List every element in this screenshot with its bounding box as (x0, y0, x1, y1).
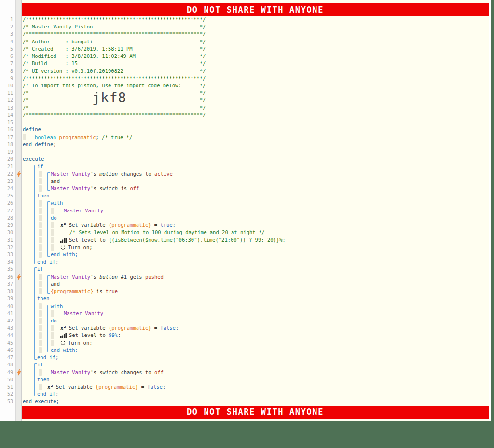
lightning-bolt-icon[interactable] (16, 170, 22, 178)
line-number[interactable]: 39 (0, 295, 16, 302)
breakpoint-gutter-cell[interactable] (16, 104, 22, 112)
line-number[interactable]: 5 (0, 45, 16, 53)
line-number[interactable]: 13 (0, 104, 16, 112)
line-number[interactable]: 28 (0, 214, 16, 222)
breakpoint-gutter-cell[interactable] (16, 251, 22, 258)
breakpoint-gutter-cell[interactable] (16, 332, 22, 339)
line-number[interactable]: 44 (0, 332, 16, 339)
line-number[interactable]: 31 (0, 237, 16, 244)
line-number[interactable]: 49 (0, 369, 16, 376)
breakpoint-gutter-cell[interactable] (16, 288, 22, 295)
line-number[interactable]: 45 (0, 339, 16, 347)
breakpoint-gutter-cell[interactable] (16, 163, 22, 170)
line-number[interactable]: 32 (0, 244, 16, 251)
breakpoint-gutter-cell[interactable] (16, 339, 22, 347)
line-number[interactable]: 50 (0, 376, 16, 383)
line-number[interactable]: 27 (0, 207, 16, 214)
breakpoint-gutter-cell[interactable] (16, 141, 22, 148)
line-number[interactable]: 40 (0, 303, 16, 310)
breakpoint-gutter-cell[interactable] (16, 199, 22, 207)
breakpoint-gutter-cell[interactable] (16, 361, 22, 368)
line-number[interactable]: 42 (0, 317, 16, 324)
line-number[interactable]: 12 (0, 97, 16, 104)
breakpoint-gutter-cell[interactable] (16, 214, 22, 222)
line-number[interactable]: 43 (0, 324, 16, 332)
breakpoint-gutter-cell[interactable] (16, 354, 22, 361)
line-number[interactable]: 26 (0, 199, 16, 207)
breakpoint-gutter-cell[interactable] (16, 398, 22, 405)
line-number[interactable]: 21 (0, 163, 16, 170)
breakpoint-gutter-cell[interactable] (16, 82, 22, 89)
line-number[interactable]: 14 (0, 112, 16, 119)
line-number[interactable]: 11 (0, 89, 16, 97)
line-number[interactable]: 19 (0, 148, 16, 155)
breakpoint-gutter-cell[interactable] (16, 134, 22, 141)
breakpoint-gutter-cell[interactable] (16, 310, 22, 317)
line-number[interactable]: 1 (0, 16, 16, 23)
line-number[interactable]: 10 (0, 82, 16, 89)
line-number[interactable]: 41 (0, 310, 16, 317)
line-number[interactable]: 8 (0, 68, 16, 75)
breakpoint-gutter-cell[interactable] (16, 97, 22, 104)
line-number[interactable]: 6 (0, 53, 16, 60)
breakpoint-gutter-cell[interactable] (16, 324, 22, 332)
breakpoint-gutter-cell[interactable] (16, 89, 22, 97)
line-number[interactable]: 52 (0, 391, 16, 398)
line-number[interactable]: 18 (0, 141, 16, 148)
line-number[interactable]: 38 (0, 288, 16, 295)
breakpoint-gutter-cell[interactable] (16, 155, 22, 163)
breakpoint-gutter-cell[interactable] (16, 178, 22, 185)
line-number[interactable]: 53 (0, 398, 16, 405)
breakpoint-gutter-cell[interactable] (16, 317, 22, 324)
line-number[interactable]: 48 (0, 361, 16, 368)
line-number[interactable]: 16 (0, 126, 16, 133)
breakpoint-gutter-cell[interactable] (16, 383, 22, 391)
breakpoint-gutter-cell[interactable] (16, 30, 22, 38)
line-number[interactable]: 29 (0, 222, 16, 229)
line-number[interactable]: 3 (0, 30, 16, 38)
line-number[interactable]: 15 (0, 119, 16, 126)
breakpoint-gutter-cell[interactable] (16, 192, 22, 199)
breakpoint-gutter-cell[interactable] (16, 45, 22, 53)
breakpoint-gutter-cell[interactable] (16, 75, 22, 82)
breakpoint-gutter-cell[interactable] (16, 266, 22, 273)
breakpoint-gutter-cell[interactable] (16, 119, 22, 126)
breakpoint-gutter-cell[interactable] (16, 280, 22, 288)
breakpoint-gutter-cell[interactable] (16, 112, 22, 119)
breakpoint-gutter-cell[interactable] (16, 237, 22, 244)
line-number[interactable]: 7 (0, 60, 16, 67)
line-number[interactable]: 33 (0, 251, 16, 258)
breakpoint-gutter-cell[interactable] (16, 126, 22, 133)
line-number[interactable]: 22 (0, 170, 16, 178)
breakpoint-gutter-cell[interactable] (16, 23, 22, 30)
line-number[interactable]: 35 (0, 266, 16, 273)
line-number[interactable]: 17 (0, 134, 16, 141)
breakpoint-gutter-cell[interactable] (16, 244, 22, 251)
line-number[interactable]: 46 (0, 347, 16, 354)
line-number[interactable]: 36 (0, 273, 16, 280)
breakpoint-gutter-cell[interactable] (16, 376, 22, 383)
line-number[interactable]: 34 (0, 258, 16, 266)
breakpoint-gutter-cell[interactable] (16, 258, 22, 266)
line-number[interactable]: 30 (0, 229, 16, 236)
lightning-bolt-icon[interactable] (16, 273, 22, 280)
breakpoint-gutter-cell[interactable] (16, 68, 22, 75)
line-number[interactable]: 4 (0, 38, 16, 45)
breakpoint-gutter-cell[interactable] (16, 16, 22, 23)
line-number[interactable]: 25 (0, 192, 16, 199)
breakpoint-gutter-cell[interactable] (16, 185, 22, 192)
breakpoint-gutter-cell[interactable] (16, 229, 22, 236)
line-number[interactable]: 47 (0, 354, 16, 361)
breakpoint-gutter-cell[interactable] (16, 222, 22, 229)
breakpoint-gutter-cell[interactable] (16, 295, 22, 302)
breakpoint-gutter-cell[interactable] (16, 347, 22, 354)
line-number[interactable]: 9 (0, 75, 16, 82)
breakpoint-gutter-cell[interactable] (16, 60, 22, 67)
line-number[interactable]: 24 (0, 185, 16, 192)
breakpoint-gutter-cell[interactable] (16, 148, 22, 155)
breakpoint-gutter-cell[interactable] (16, 207, 22, 214)
breakpoint-gutter-cell[interactable] (16, 303, 22, 310)
breakpoint-gutter-cell[interactable] (16, 391, 22, 398)
line-number[interactable]: 20 (0, 155, 16, 163)
line-number[interactable]: 51 (0, 383, 16, 391)
